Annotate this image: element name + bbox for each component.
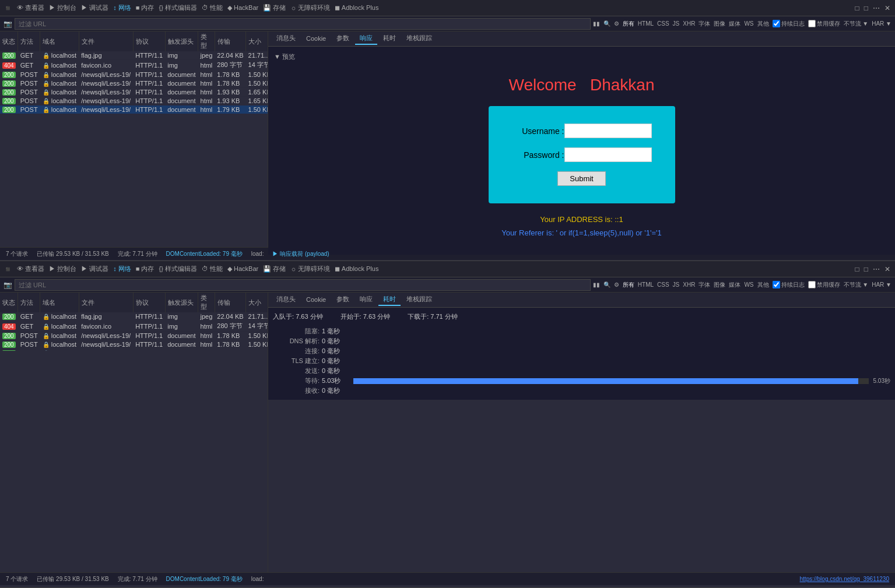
pause-icon-b[interactable]: ▮▮	[593, 281, 600, 288]
more-btn-b[interactable]: ⋯	[872, 265, 881, 273]
style-btn-b[interactable]: {} 样式编辑器	[159, 265, 196, 273]
media-filter-btn[interactable]: 媒体	[729, 20, 740, 28]
table-row[interactable]: 200 POST 🔒 localhost /newsqli/Less-19/ H…	[0, 71, 268, 79]
hackbar-btn[interactable]: ◆ HackBar	[227, 4, 258, 12]
html-filter-btn[interactable]: HTML	[638, 20, 654, 27]
dom-loaded[interactable]: DOMContentLoaded: 79 毫秒	[166, 250, 243, 258]
col-status-b[interactable]: 状态	[0, 293, 18, 312]
network-table-container-top[interactable]: 状态 方法 域名 文件 协议 触发源头 类型 传输 大小 200 GET	[0, 31, 268, 122]
storage-btn[interactable]: 💾 存储	[263, 3, 286, 12]
debugger-btn[interactable]: ▶ 调试器	[81, 3, 108, 12]
har-btn[interactable]: HAR ▼	[872, 20, 892, 27]
css-filter-btn[interactable]: CSS	[657, 20, 669, 27]
perf-btn-b[interactable]: ⏱ 性能	[202, 265, 223, 273]
tab-timing[interactable]: 耗时	[378, 33, 401, 45]
debugger-btn-b[interactable]: ▶ 调试器	[81, 265, 108, 273]
xhr-filter-btn-b[interactable]: XHR	[683, 281, 695, 288]
table-row[interactable]: 200 POST 🔒 localhost /newsqli/Less-19/ H…	[0, 79, 268, 88]
other-filter-btn[interactable]: 其他	[757, 20, 769, 28]
ws-filter-btn[interactable]: WS	[744, 20, 753, 27]
dom-loaded-b[interactable]: DOMContentLoaded: 79 毫秒	[166, 575, 243, 583]
adblock-btn[interactable]: ◼ Adblock Plus	[335, 4, 378, 12]
ws-filter-btn-b[interactable]: WS	[744, 281, 753, 288]
network-btn-b[interactable]: ↕ 网络	[113, 265, 131, 273]
tab-messages[interactable]: 消息头	[272, 33, 300, 45]
close-btn[interactable]: ✕	[883, 4, 892, 12]
tab-params[interactable]: 参数	[332, 33, 354, 45]
tab-messages-b[interactable]: 消息头	[272, 294, 300, 306]
table-row[interactable]: 200 POST 🔒 localhost /newsqli/Less-19/ H…	[0, 105, 268, 114]
col-size-b[interactable]: 大小	[246, 293, 268, 312]
submit-button[interactable]: Submit	[557, 171, 605, 186]
persistent-log-label-b[interactable]: 持续日志	[773, 281, 805, 289]
close-btn-b[interactable]: ✕	[883, 265, 892, 273]
col-method-b[interactable]: 方法	[18, 293, 40, 312]
disable-cache-label-b[interactable]: 禁用缓存	[808, 281, 840, 289]
col-domain-b[interactable]: 域名	[40, 293, 79, 312]
search-icon-b[interactable]: 🔍	[603, 281, 610, 288]
csdn-link[interactable]: https://blog.csdn.net/qq_39611230	[800, 576, 889, 582]
all-filter-btn-b[interactable]: 所有	[623, 281, 634, 289]
col-protocol-b[interactable]: 协议	[133, 293, 165, 312]
col-type-b[interactable]: 类型	[198, 293, 215, 312]
tab-cookie[interactable]: Cookie	[301, 34, 331, 44]
username-input[interactable]	[564, 124, 652, 138]
col-method[interactable]: 方法	[18, 31, 40, 51]
col-source-b[interactable]: 触发源头	[165, 293, 198, 312]
memory-btn[interactable]: ■ 内存	[136, 3, 155, 12]
adblock-btn-b[interactable]: ◼ Adblock Plus	[335, 265, 378, 273]
table-row[interactable]: 200 POST 🔒 localhost /newsqli/Less-19/ H…	[0, 88, 268, 97]
minimize-btn[interactable]: □	[854, 4, 861, 12]
css-filter-btn-b[interactable]: CSS	[657, 281, 669, 288]
col-domain[interactable]: 域名	[40, 31, 79, 51]
col-protocol[interactable]: 协议	[133, 31, 165, 51]
table-row[interactable]: 200 POST 🔒 localhost /newsqli/Less-19/ H…	[0, 340, 268, 349]
col-file-b[interactable]: 文件	[79, 293, 133, 312]
table-row[interactable]: 404 GET 🔒 localhost favicon.ico HTTP/1.1…	[0, 321, 268, 332]
minimize-btn-b[interactable]: □	[854, 265, 861, 273]
accessibility-btn-b[interactable]: ☼ 无障碍环境	[290, 265, 330, 273]
html-filter-btn-b[interactable]: HTML	[638, 281, 654, 288]
table-row[interactable]: 200 POST 🔒 localhost /newsqli/Less-19/ H…	[0, 349, 268, 351]
font-filter-btn[interactable]: 字体	[699, 20, 710, 28]
url-input[interactable]	[15, 18, 591, 30]
tab-params-b[interactable]: 参数	[332, 294, 354, 306]
search-icon[interactable]: 🔍	[603, 20, 610, 27]
more-btn[interactable]: ⋯	[872, 4, 881, 12]
memory-btn-b[interactable]: ■ 内存	[136, 265, 155, 273]
col-type[interactable]: 类型	[198, 31, 215, 51]
js-filter-btn-b[interactable]: JS	[673, 281, 680, 288]
restore-btn[interactable]: □	[863, 4, 869, 12]
col-transfer[interactable]: 传输	[215, 31, 245, 51]
font-filter-btn-b[interactable]: 字体	[699, 281, 710, 289]
perf-btn[interactable]: ⏱ 性能	[202, 3, 223, 12]
inspector-btn-b[interactable]: 👁 查看器	[17, 265, 44, 273]
accessibility-btn[interactable]: ☼ 无障碍环境	[290, 3, 330, 12]
other-filter-btn-b[interactable]: 其他	[757, 281, 769, 289]
password-input[interactable]	[564, 147, 652, 162]
style-btn[interactable]: {} 样式编辑器	[159, 3, 196, 12]
settings-icon[interactable]: ⚙	[614, 20, 619, 27]
throttle-btn-b[interactable]: 不节流 ▼	[844, 281, 869, 289]
table-row[interactable]: 200 GET 🔒 localhost flag.jpg HTTP/1.1 im…	[0, 51, 268, 60]
col-size[interactable]: 大小	[246, 31, 268, 51]
settings-icon-b[interactable]: ⚙	[614, 281, 619, 288]
col-source[interactable]: 触发源头	[165, 31, 198, 51]
table-row[interactable]: 200 POST 🔒 localhost /newsqli/Less-19/ H…	[0, 332, 268, 340]
table-row[interactable]: 404 GET 🔒 localhost favicon.ico HTTP/1.1…	[0, 60, 268, 71]
network-table-container-bottom[interactable]: 状态 方法 域名 文件 协议 触发源头 类型 传输 大小 200 GET	[0, 293, 268, 351]
tab-cookie-b[interactable]: Cookie	[301, 295, 331, 305]
media-filter-btn-b[interactable]: 媒体	[729, 281, 740, 289]
payload-btn[interactable]: ▶ 响应载荷 (payload)	[272, 250, 329, 258]
col-status[interactable]: 状态	[0, 31, 18, 51]
har-btn-b[interactable]: HAR ▼	[872, 281, 892, 288]
console-btn-b[interactable]: ▶ 控制台	[49, 265, 76, 273]
table-row[interactable]: 200 GET 🔒 localhost flag.jpg HTTP/1.1 im…	[0, 312, 268, 321]
pause-icon[interactable]: ▮▮	[593, 20, 600, 27]
xhr-filter-btn[interactable]: XHR	[683, 20, 695, 27]
inspector-btn[interactable]: 👁 查看器	[17, 3, 44, 12]
tab-timing-b[interactable]: 耗时	[378, 294, 401, 306]
restore-btn-b[interactable]: □	[863, 265, 869, 273]
tab-response[interactable]: 响应	[355, 33, 377, 45]
persistent-log-label[interactable]: 持续日志	[773, 20, 805, 28]
